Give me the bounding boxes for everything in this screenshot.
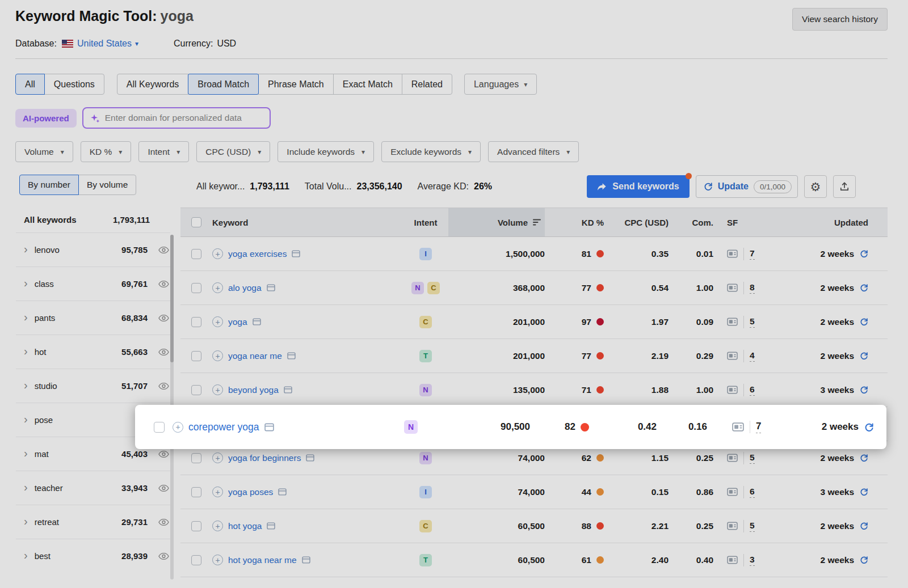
- divider: [750, 421, 750, 433]
- kd-difficulty-dot: [581, 423, 589, 432]
- competition-value: 0.16: [663, 421, 712, 433]
- row-checkbox[interactable]: [154, 422, 165, 433]
- cpc-value: 0.42: [592, 421, 663, 433]
- intent-badge-navigational: N: [404, 420, 418, 434]
- volume-value: 90,500: [434, 421, 530, 433]
- updated-value: 2 weeks: [822, 421, 859, 433]
- highlighted-row-corepower-yoga[interactable]: + corepower yoga N 90,500 82 0.42 0.16 7…: [135, 405, 886, 449]
- tutorial-dim-overlay: [0, 0, 908, 588]
- add-keyword-icon[interactable]: +: [173, 422, 183, 433]
- kd-value: 82: [565, 421, 575, 433]
- serp-snapshot-icon[interactable]: [264, 423, 274, 432]
- refresh-icon[interactable]: [864, 422, 874, 432]
- sf-count[interactable]: 7: [756, 421, 761, 433]
- serp-features-icon[interactable]: [732, 422, 744, 432]
- keyword-link[interactable]: corepower yoga: [188, 421, 259, 433]
